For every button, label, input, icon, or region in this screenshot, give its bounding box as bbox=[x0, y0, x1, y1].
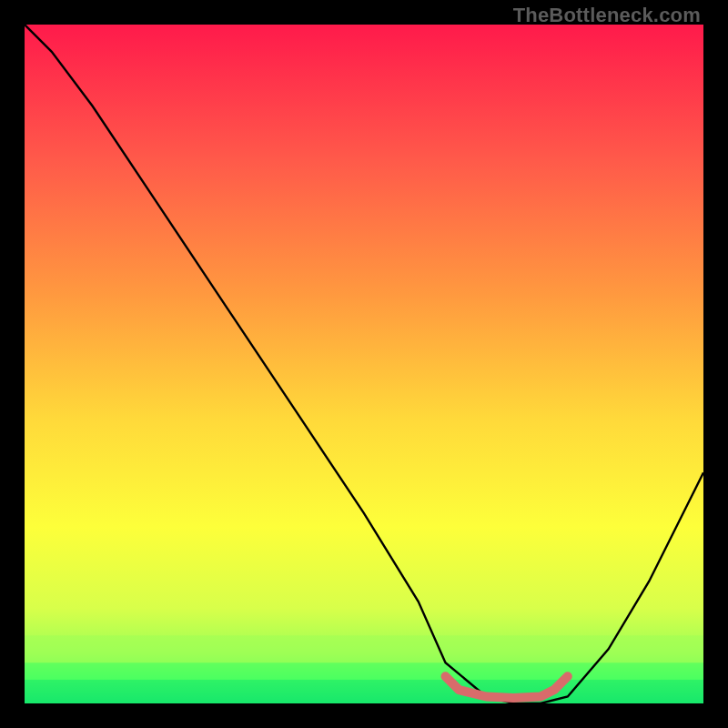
chart-frame bbox=[25, 25, 703, 703]
green-bands bbox=[25, 635, 703, 703]
bottleneck-chart bbox=[25, 25, 703, 703]
svg-rect-1 bbox=[25, 662, 703, 680]
gradient-background bbox=[25, 25, 703, 703]
svg-rect-0 bbox=[25, 680, 703, 703]
